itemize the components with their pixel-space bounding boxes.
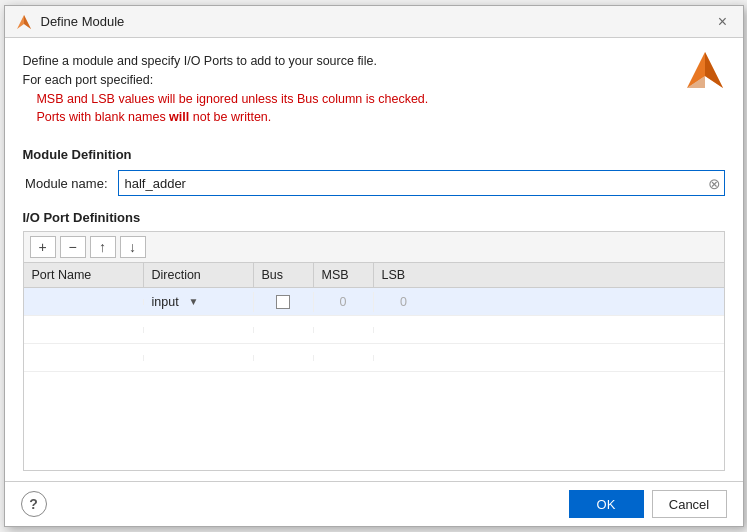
col-msb: MSB [314, 263, 374, 287]
direction-cell-3 [144, 355, 254, 361]
info-line4-suffix: not be written. [189, 110, 271, 124]
info-line4-highlight: will [169, 110, 189, 124]
svg-marker-3 [705, 52, 723, 88]
table-row: input output inout ▼ 0 [24, 288, 724, 316]
dialog-body: Define a module and specify I/O Ports to… [5, 38, 743, 481]
lsb-cell-1: 0 [374, 292, 434, 312]
module-definition-title: Module Definition [23, 147, 725, 162]
port-name-cell-2 [24, 327, 144, 333]
col-port-name: Port Name [24, 263, 144, 287]
direction-dropdown-arrow-1: ▼ [189, 296, 199, 307]
msb-cell-1: 0 [314, 292, 374, 312]
close-button[interactable]: × [713, 12, 733, 32]
msb-cell-3 [314, 355, 374, 361]
direction-cell-1: input output inout ▼ [144, 292, 254, 312]
module-name-input[interactable] [118, 170, 725, 196]
lsb-cell-3 [374, 355, 434, 361]
table-header: Port Name Direction Bus MSB LSB [24, 263, 724, 288]
info-line3: MSB and LSB values will be ignored unles… [23, 90, 725, 109]
vivado-logo-icon [683, 48, 727, 92]
move-down-button[interactable]: ↓ [120, 236, 146, 258]
help-button[interactable]: ? [21, 491, 47, 517]
msb-cell-2 [314, 327, 374, 333]
port-name-cell-1 [24, 299, 144, 305]
cancel-button[interactable]: Cancel [652, 490, 727, 518]
info-line4: Ports with blank names will not be writt… [23, 108, 725, 127]
io-section-title: I/O Port Definitions [23, 210, 725, 225]
module-name-input-wrap: ⊗ [118, 170, 725, 196]
bus-cell-1 [254, 292, 314, 312]
dialog-footer: ? OK Cancel [5, 481, 743, 526]
bus-cell-2 [254, 327, 314, 333]
remove-port-button[interactable]: − [60, 236, 86, 258]
lsb-value-1: 0 [382, 295, 426, 309]
col-lsb: LSB [374, 263, 434, 287]
col-direction: Direction [144, 263, 254, 287]
module-name-clear-button[interactable]: ⊗ [708, 176, 721, 191]
table-row [24, 316, 724, 344]
bus-cell-3 [254, 355, 314, 361]
ok-button[interactable]: OK [569, 490, 644, 518]
info-line3-prefix: MSB and LSB values [36, 92, 158, 106]
port-name-cell-3 [24, 355, 144, 361]
module-name-row: Module name: ⊗ [23, 170, 725, 196]
io-port-toolbar: + − ↑ ↓ [24, 232, 724, 263]
io-port-table-container: + − ↑ ↓ Port Name Direction Bus MSB LSB [23, 231, 725, 471]
bus-checkbox-1[interactable] [276, 295, 290, 309]
table-row [24, 344, 724, 372]
info-line4-prefix: Ports with blank names [36, 110, 169, 124]
info-line1: Define a module and specify I/O Ports to… [23, 52, 725, 71]
msb-value-1: 0 [322, 295, 365, 309]
define-module-dialog: Define Module × Define a module and spec… [4, 5, 744, 527]
info-line2: For each port specified: [23, 71, 725, 90]
lsb-cell-2 [374, 327, 434, 333]
table-body: input output inout ▼ 0 [24, 288, 724, 470]
dialog-title: Define Module [41, 14, 125, 29]
app-logo-icon [15, 13, 33, 31]
col-bus: Bus [254, 263, 314, 287]
title-bar: Define Module × [5, 6, 743, 38]
direction-cell-2 [144, 327, 254, 333]
module-name-label: Module name: [23, 176, 118, 191]
direction-select-1[interactable]: input output inout [152, 295, 187, 309]
logo-area [683, 48, 727, 95]
info-text-block: Define a module and specify I/O Ports to… [23, 52, 725, 127]
move-up-button[interactable]: ↑ [90, 236, 116, 258]
svg-marker-1 [24, 15, 31, 29]
direction-select-wrap-1: input output inout ▼ [152, 295, 199, 309]
footer-buttons: OK Cancel [569, 490, 727, 518]
add-port-button[interactable]: + [30, 236, 56, 258]
info-line3-highlight: will be ignored unless its Bus column is… [158, 92, 428, 106]
title-bar-left: Define Module [15, 13, 125, 31]
